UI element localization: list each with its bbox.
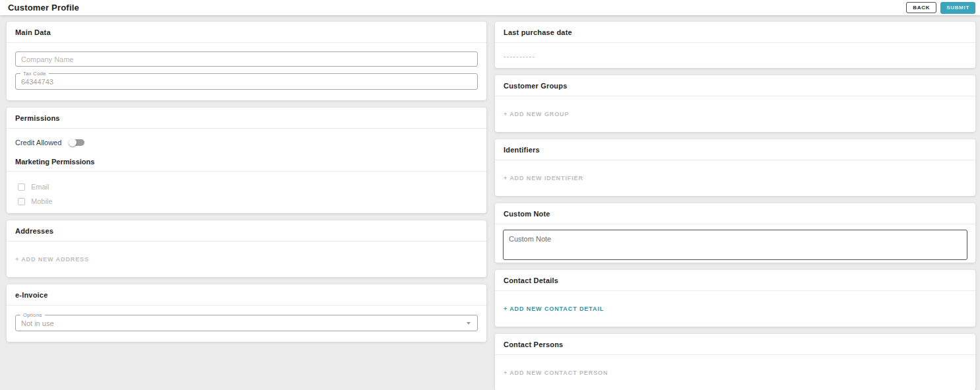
custom-note-textarea[interactable]	[503, 230, 967, 260]
contact-persons-title: Contact Persons	[495, 334, 975, 355]
add-new-address-button[interactable]: + ADD NEW ADDRESS	[7, 242, 98, 277]
e-invoice-body: Options Not in use	[7, 306, 486, 331]
customer-groups-card: Customer Groups + ADD NEW GROUP	[495, 75, 975, 132]
customer-groups-title: Customer Groups	[495, 75, 975, 96]
custom-note-title: Custom Note	[495, 203, 975, 224]
custom-note-card: Custom Note	[495, 203, 975, 263]
addresses-title: Addresses	[7, 220, 486, 242]
options-selected-value: Not in use	[21, 319, 54, 327]
checkbox-mobile-label: Mobile	[31, 197, 52, 205]
tax-code-value: 64344743	[21, 78, 53, 86]
chevron-down-icon	[467, 322, 471, 325]
add-new-contact-detail-button[interactable]: + ADD NEW CONTACT DETAIL	[495, 291, 612, 327]
right-column: Last purchase date ---------- Customer G…	[495, 22, 975, 390]
contact-details-title: Contact Details	[495, 270, 975, 291]
custom-note-body	[495, 224, 975, 263]
main-data-body: Tax Code 64344743	[7, 43, 486, 90]
credit-allowed-row: Credit Allowed	[7, 129, 486, 146]
identifiers-title: Identifiers	[495, 139, 975, 160]
checkbox-email-label: Email	[31, 183, 49, 191]
checkbox-icon	[18, 198, 25, 205]
addresses-card: Addresses + ADD NEW ADDRESS	[7, 220, 486, 277]
e-invoice-card: e-Invoice Options Not in use	[7, 284, 486, 342]
back-button[interactable]: BACK	[906, 2, 936, 13]
last-purchase-date-card: Last purchase date ----------	[495, 22, 975, 68]
checkbox-icon	[18, 183, 25, 191]
identifiers-card: Identifiers + ADD NEW IDENTIFIER	[495, 139, 975, 196]
page-title: Customer Profile	[8, 3, 79, 13]
add-new-contact-person-button[interactable]: + ADD NEW CONTACT PERSON	[495, 355, 616, 390]
contact-persons-card: Contact Persons + ADD NEW CONTACT PERSON	[495, 334, 975, 390]
last-purchase-date-value: ----------	[495, 43, 975, 70]
add-new-identifier-button[interactable]: + ADD NEW IDENTIFIER	[495, 160, 592, 196]
checkbox-mobile[interactable]: Mobile	[18, 197, 478, 205]
permissions-title: Permissions	[7, 108, 486, 129]
permissions-card: Permissions Credit Allowed Marketing Per…	[7, 108, 486, 213]
contact-details-card: Contact Details + ADD NEW CONTACT DETAIL	[495, 270, 975, 327]
options-select[interactable]: Options Not in use	[15, 315, 478, 331]
main-data-title: Main Data	[7, 22, 486, 43]
tax-code-field[interactable]: Tax Code 64344743	[15, 73, 478, 90]
credit-allowed-toggle[interactable]	[69, 139, 84, 146]
submit-button[interactable]: SUBMIT	[940, 2, 975, 14]
marketing-permissions-title: Marketing Permissions	[7, 146, 486, 172]
e-invoice-title: e-Invoice	[7, 284, 486, 306]
company-name-input[interactable]	[15, 51, 478, 67]
main-data-card: Main Data Tax Code 64344743	[7, 22, 486, 100]
left-column: Main Data Tax Code 64344743 Permissions …	[7, 22, 486, 390]
marketing-checkbox-list: Email Mobile	[7, 172, 486, 205]
top-bar: Customer Profile BACK SUBMIT	[0, 0, 980, 15]
last-purchase-date-title: Last purchase date	[495, 22, 975, 43]
add-new-group-button[interactable]: + ADD NEW GROUP	[495, 96, 577, 132]
top-bar-actions: BACK SUBMIT	[906, 2, 975, 14]
credit-allowed-label: Credit Allowed	[15, 139, 61, 146]
options-label: Options	[20, 312, 45, 318]
content-area: Main Data Tax Code 64344743 Permissions …	[0, 15, 980, 390]
tax-code-label: Tax Code	[20, 71, 49, 77]
checkbox-email[interactable]: Email	[18, 183, 478, 191]
